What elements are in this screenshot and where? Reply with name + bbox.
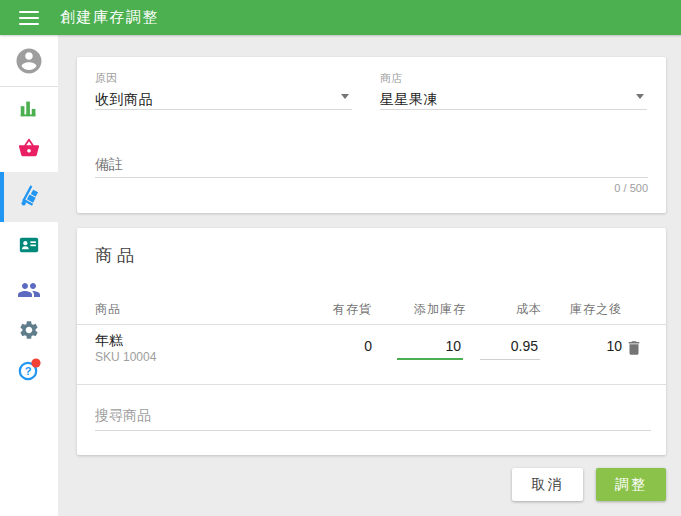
adjust-button[interactable]: 調整 (596, 468, 666, 501)
reason-value: 收到商品 (95, 91, 352, 109)
reason-select[interactable]: 原因 收到商品 (95, 71, 352, 110)
store-label: 商店 (380, 71, 647, 86)
table-header-row: 商品 有存貨 添加庫存 成本 庫存之後 (77, 288, 666, 325)
item-stock-after: 10 (542, 338, 622, 354)
gear-icon (18, 319, 40, 341)
sidebar-item-employees[interactable] (0, 268, 58, 312)
sidebar-item-customers[interactable] (0, 223, 58, 267)
adjustment-details-card: 原因 收到商品 商店 星星果凍 0 / 500 (77, 57, 666, 213)
people-icon (17, 278, 41, 302)
help-icon: ? (16, 357, 42, 383)
note-field-wrap: 0 / 500 (95, 151, 648, 178)
contact-card-icon (18, 234, 40, 256)
menu-icon[interactable] (19, 11, 39, 25)
store-select[interactable]: 商店 星星果凍 (380, 71, 647, 110)
item-name: 年糕 (95, 332, 123, 350)
svg-text:?: ? (25, 365, 32, 377)
sidebar-item-reports[interactable] (0, 86, 58, 130)
col-header-add-stock: 添加庫存 (377, 301, 466, 318)
cancel-button[interactable]: 取消 (512, 468, 583, 501)
sidebar-item-items[interactable] (0, 126, 58, 170)
sidebar-item-help[interactable]: ? (0, 348, 58, 392)
table-row: 年糕 SKU 10004 0 10 (77, 325, 666, 385)
col-header-cost: 成本 (472, 301, 542, 318)
basket-icon (18, 137, 40, 159)
item-in-stock: 0 (292, 338, 372, 354)
item-sku: SKU 10004 (95, 350, 156, 364)
chevron-down-icon (636, 94, 644, 99)
store-value: 星星果凍 (380, 91, 647, 109)
sidebar-item-settings[interactable] (0, 308, 58, 352)
sidebar: ? (0, 35, 58, 516)
col-header-in-stock: 有存貨 (292, 301, 372, 318)
account-icon (14, 46, 44, 76)
page-title: 創建庫存調整 (60, 8, 159, 27)
app-header: 創建庫存調整 (0, 0, 681, 35)
items-card-title: 商品 (95, 244, 139, 267)
add-stock-input[interactable] (397, 335, 463, 360)
note-char-counter: 0 / 500 (614, 182, 648, 194)
hand-truck-icon (19, 185, 43, 209)
col-header-item: 商品 (95, 301, 285, 318)
trash-icon (625, 338, 643, 358)
items-card: 商品 商品 有存貨 添加庫存 成本 庫存之後 年糕 SKU 10004 0 10 (77, 228, 666, 455)
sidebar-item-account[interactable] (0, 39, 58, 83)
delete-item-button[interactable] (624, 338, 644, 360)
cost-input[interactable] (480, 335, 540, 360)
chevron-down-icon (341, 94, 349, 99)
col-header-stock-after: 庫存之後 (542, 301, 622, 318)
search-field-wrap (95, 395, 651, 431)
note-input[interactable] (95, 151, 648, 178)
notification-dot (31, 358, 40, 367)
bar-chart-icon (18, 97, 40, 119)
sidebar-item-inventory[interactable] (0, 172, 58, 222)
reason-label: 原因 (95, 71, 352, 86)
search-items-input[interactable] (95, 395, 651, 431)
